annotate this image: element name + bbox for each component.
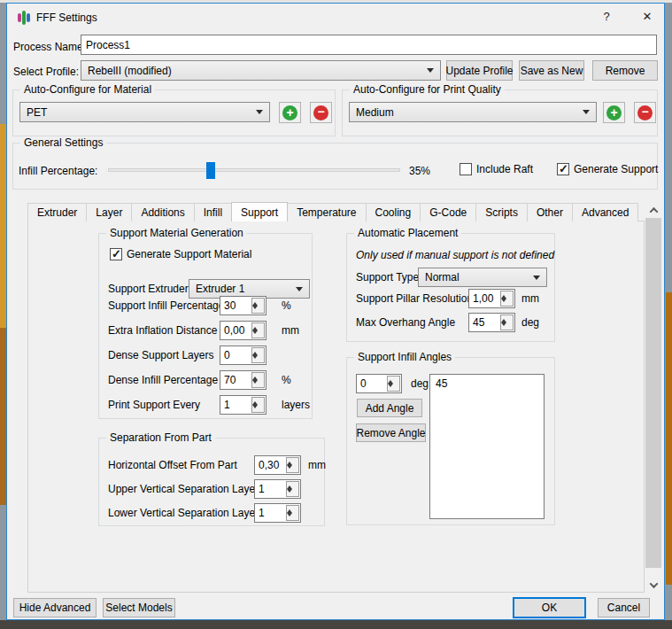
add-angle-button[interactable]: Add Angle [357,399,422,417]
spinner-arrows[interactable] [286,457,299,473]
spinner-arrows[interactable] [387,376,400,392]
scrollbar-thumb[interactable] [645,218,661,568]
hide-advanced-button[interactable]: Hide Advanced [13,598,97,617]
support-pillar-resolution-spinner[interactable]: 1,00 [468,289,515,308]
process-name-input[interactable] [81,35,657,55]
ok-button[interactable]: OK [513,597,586,618]
spinner-value[interactable]: 0,00 [220,322,251,339]
remove-material-button[interactable]: − [310,102,332,123]
spinner-up-icon[interactable] [501,315,506,322]
tab-additions[interactable]: Additions [131,203,194,221]
angle-spinner[interactable]: 0 [356,374,402,393]
print-support-every-spinner[interactable]: 1 [220,395,266,415]
spinner-up-icon[interactable] [501,291,506,299]
include-raft-checkbox[interactable] [460,163,472,175]
spinner-down-icon[interactable] [388,384,393,391]
profile-select[interactable]: RebelII (modified) [81,60,441,81]
infill-slider[interactable] [108,168,400,172]
support-infill-percentage-spinner[interactable]: 30 [220,296,266,315]
spinner-up-icon[interactable] [287,506,292,513]
spinner-arrows[interactable] [251,322,265,338]
spinner-value[interactable]: 1 [220,396,251,414]
title-bar[interactable]: FFF Settings ? ✕ [7,4,664,29]
close-button[interactable]: ✕ [634,7,660,27]
spinner-arrows[interactable] [286,481,299,497]
spinner-value[interactable]: 0 [220,346,251,364]
spinner-down-icon[interactable] [252,405,258,412]
spinner-down-icon[interactable] [501,299,506,306]
infill-slider-handle[interactable] [206,162,215,179]
spinner-down-icon[interactable] [287,513,292,520]
help-button[interactable]: ? [593,7,620,27]
spinner-value[interactable]: 45 [469,314,499,331]
generate-support-material-checkbox-row[interactable]: Generate Support Material [110,248,251,260]
spinner-up-icon[interactable] [252,373,258,380]
spinner-up-icon[interactable] [252,348,258,355]
spinner-down-icon[interactable] [252,355,258,362]
tab-extruder[interactable]: Extruder [27,203,87,221]
tab-gcode[interactable]: G-Code [420,203,476,221]
remove-angle-button[interactable]: Remove Angle [356,423,426,442]
tab-cooling[interactable]: Cooling [366,203,421,221]
spinner-value[interactable]: 70 [220,371,251,389]
spinner-up-icon[interactable] [252,323,258,330]
select-models-button[interactable]: Select Models [103,598,175,617]
tab-support[interactable]: Support [231,202,288,221]
spinner-value[interactable]: 0,30 [255,456,285,474]
spinner-up-icon[interactable] [388,377,393,384]
spinner-value[interactable]: 1 [255,504,285,522]
spinner-arrows[interactable] [286,505,299,521]
tab-layer[interactable]: Layer [86,203,132,221]
scroll-down-icon[interactable] [645,578,662,593]
tab-scripts[interactable]: Scripts [475,203,528,221]
spinner-value[interactable]: 1 [255,480,285,498]
spinner-down-icon[interactable] [287,465,292,472]
spinner-down-icon[interactable] [252,330,258,338]
dense-infill-percentage-spinner[interactable]: 70 [220,370,266,390]
spinner-arrows[interactable] [251,372,265,388]
remove-quality-button[interactable]: − [634,102,656,123]
spinner-arrows[interactable] [251,397,265,413]
add-quality-button[interactable]: + [603,102,625,123]
spinner-arrows[interactable] [500,314,514,330]
dense-support-layers-spinner[interactable]: 0 [220,346,266,365]
support-type-select[interactable]: Normal [418,268,547,287]
tab-other[interactable]: Other [527,203,573,221]
spinner-arrows[interactable] [251,298,265,314]
spinner-up-icon[interactable] [287,458,292,465]
quality-select[interactable]: Medium [349,102,597,122]
add-material-button[interactable]: + [279,102,301,123]
spinner-value[interactable]: 30 [220,297,251,314]
spinner-down-icon[interactable] [501,322,506,330]
generate-support-checkbox-row[interactable]: Generate Support [557,163,658,175]
spinner-up-icon[interactable] [252,398,258,405]
angle-list-item[interactable]: 45 [430,375,544,392]
spinner-value[interactable]: 1,00 [469,290,499,307]
tab-advanced[interactable]: Advanced [572,203,638,221]
angle-list[interactable]: 45 [429,374,545,519]
upper-vertical-separation-spinner[interactable]: 1 [254,479,301,499]
panel-scrollbar[interactable] [645,203,662,593]
tab-temperature[interactable]: Temperature [287,203,366,221]
spinner-up-icon[interactable] [287,482,292,489]
tab-infill[interactable]: Infill [194,203,232,221]
spinner-down-icon[interactable] [252,306,258,313]
update-profile-button[interactable]: Update Profile [446,60,513,81]
include-raft-checkbox-row[interactable]: Include Raft [460,163,533,175]
generate-support-material-checkbox[interactable] [110,248,122,260]
spinner-down-icon[interactable] [287,489,292,496]
spinner-arrows[interactable] [500,291,514,307]
spinner-up-icon[interactable] [252,299,258,306]
extra-inflation-distance-spinner[interactable]: 0,00 [220,321,266,340]
scroll-up-icon[interactable] [645,203,662,218]
spinner-value[interactable]: 0 [357,375,386,392]
max-overhang-angle-spinner[interactable]: 45 [468,313,515,332]
save-as-new-button[interactable]: Save as New [519,60,584,81]
material-select[interactable]: PET [19,102,270,122]
generate-support-checkbox[interactable] [557,163,569,175]
horizontal-offset-spinner[interactable]: 0,30 [254,455,301,475]
cancel-button[interactable]: Cancel [598,598,650,617]
spinner-down-icon[interactable] [252,380,258,387]
lower-vertical-separation-spinner[interactable]: 1 [254,503,301,523]
spinner-arrows[interactable] [251,347,265,363]
